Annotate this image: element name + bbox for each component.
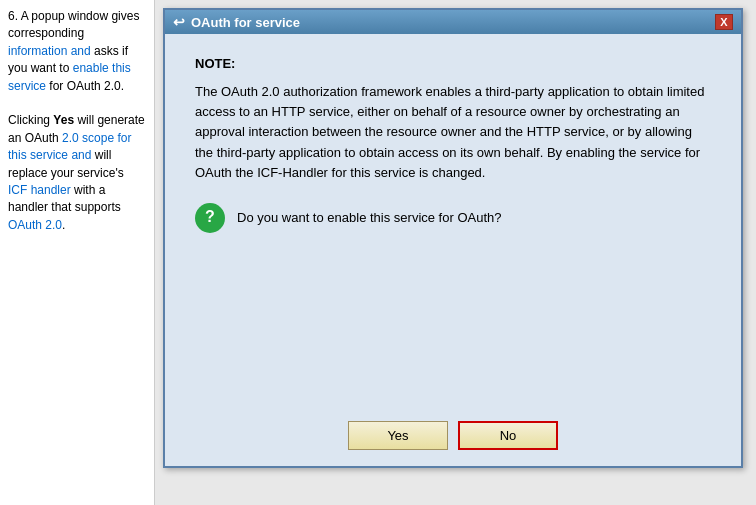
help-icon: ?: [195, 203, 225, 233]
yes-button[interactable]: Yes: [348, 421, 448, 450]
question-area: ? Do you want to enable this service for…: [195, 203, 711, 233]
step-number: 6. A popup window gives corresponding: [8, 9, 139, 40]
sidebar-clicking: Clicking Yes will generate an OAuth 2.0 …: [8, 112, 146, 234]
step-text3: for OAuth 2.0.: [46, 79, 124, 93]
sidebar: 6. A popup window gives corresponding in…: [0, 0, 155, 505]
sidebar-step6: 6. A popup window gives corresponding in…: [8, 8, 146, 95]
note-label: NOTE:: [195, 54, 711, 74]
dialog-title: OAuth for service: [191, 15, 300, 30]
yes-bold: Yes: [53, 113, 74, 127]
dialog-close-button[interactable]: X: [715, 14, 733, 30]
question-text: Do you want to enable this service for O…: [237, 208, 501, 228]
dialog-footer: Yes No: [165, 409, 741, 466]
icf-link[interactable]: ICF handler: [8, 183, 71, 197]
service-link[interactable]: service and: [30, 148, 91, 162]
info-link[interactable]: information and: [8, 44, 91, 58]
dialog-titlebar: ↩ OAuth for service X: [165, 10, 741, 34]
title-left: ↩ OAuth for service: [173, 14, 300, 30]
no-button[interactable]: No: [458, 421, 558, 450]
dialog-body: NOTE: The OAuth 2.0 authorization framew…: [165, 34, 741, 409]
oauth-dialog: ↩ OAuth for service X NOTE: The OAuth 2.…: [163, 8, 743, 468]
main-area: ↩ OAuth for service X NOTE: The OAuth 2.…: [155, 0, 756, 505]
dialog-title-icon: ↩: [173, 14, 185, 30]
note-text: The OAuth 2.0 authorization framework en…: [195, 82, 711, 183]
oauth-link[interactable]: OAuth 2.0: [8, 218, 62, 232]
